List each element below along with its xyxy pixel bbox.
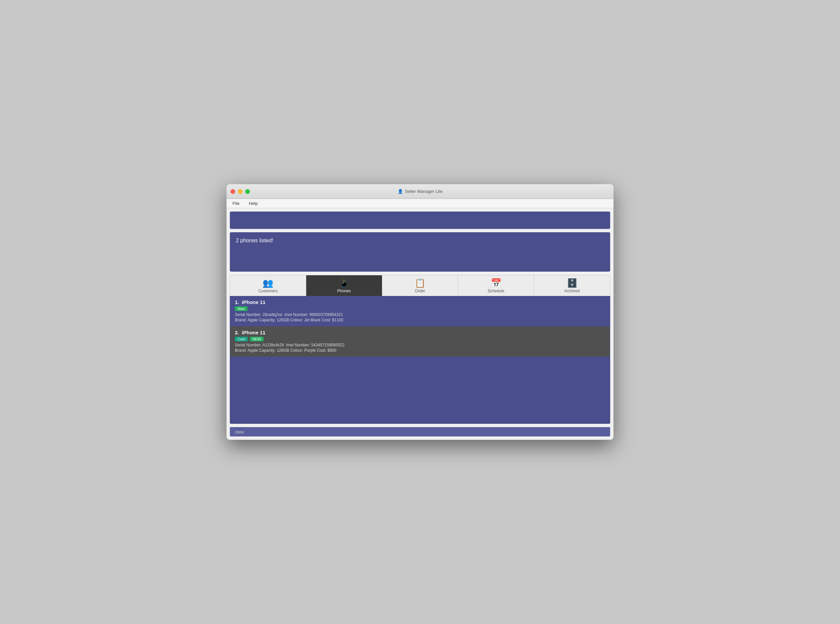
order-icon: 📋: [415, 279, 425, 287]
phones-icon: 📱: [339, 279, 349, 287]
content-area: 2 phones listed! 👥 Customers 📱 Phones 📋 …: [227, 208, 613, 440]
customers-icon: 👥: [262, 279, 273, 287]
tab-customers[interactable]: 👥 Customers: [230, 275, 306, 296]
info-message: 2 phones listed!: [236, 238, 604, 244]
title-icon: 👤: [398, 189, 403, 194]
menu-file[interactable]: File: [231, 200, 242, 207]
tab-customers-label: Customers: [258, 289, 277, 293]
phone-1-badges: New: [235, 306, 605, 311]
maximize-button[interactable]: [245, 189, 250, 194]
list-empty-area: [230, 357, 610, 423]
tab-archived-label: Archived: [564, 289, 580, 293]
schedule-icon: 📅: [491, 279, 501, 287]
traffic-lights: [231, 189, 250, 194]
tab-schedule-label: Schedule: [488, 289, 504, 293]
tab-order[interactable]: 📋 Order: [382, 275, 458, 296]
title-text: Seller Manager Lite: [405, 189, 443, 194]
phones-list: 1. iPhone 11 New Serial Number: 28xa9q2n…: [230, 296, 610, 424]
main-section: 👥 Customers 📱 Phones 📋 Order 📅 Schedule: [230, 275, 610, 424]
archived-icon: 🗄️: [567, 279, 578, 287]
phone-2-serial: Serial Number: A123bcfe29 Imei Number: 5…: [235, 343, 605, 348]
phone-2-badges: Cool NEW: [235, 337, 605, 341]
menu-help[interactable]: Help: [247, 200, 260, 207]
phone-item-2[interactable]: 2. iPhone 11 Cool NEW Serial Number: A12…: [230, 326, 610, 357]
top-bar: [230, 212, 610, 229]
phone-2-details: Brand: Apple Capacity: 128GB Colour: Pur…: [235, 348, 605, 353]
info-panel: 2 phones listed!: [230, 232, 610, 272]
tab-phones[interactable]: 📱 Phones: [306, 275, 382, 296]
tab-bar: 👥 Customers 📱 Phones 📋 Order 📅 Schedule: [230, 275, 610, 296]
phone-1-details: Brand: Apple Capacity: 128GB Colour: Jet…: [235, 318, 605, 322]
statusbar-text: ./data: [234, 430, 244, 434]
tab-schedule[interactable]: 📅 Schedule: [458, 275, 534, 296]
titlebar: 👤 Seller Manager Lite: [227, 184, 613, 199]
phone-item-1[interactable]: 1. iPhone 11 New Serial Number: 28xa9q2n…: [230, 296, 610, 326]
tab-archived[interactable]: 🗄️ Archived: [534, 275, 610, 296]
menubar: File Help: [227, 199, 613, 208]
phone-1-title: 1. iPhone 11: [235, 299, 605, 305]
badge-new-1: New: [235, 306, 248, 311]
tab-order-label: Order: [415, 289, 425, 293]
badge-new-2: NEW: [250, 337, 264, 341]
badge-cool-2: Cool: [235, 337, 248, 341]
statusbar: ./data: [230, 427, 610, 437]
phone-1-serial: Serial Number: 28xa9q2ns Imei Number: 99…: [235, 312, 605, 317]
phone-2-title: 2. iPhone 11: [235, 330, 605, 335]
minimize-button[interactable]: [238, 189, 242, 194]
tab-phones-label: Phones: [337, 289, 351, 293]
main-window: 👤 Seller Manager Lite File Help 2 phones…: [227, 184, 613, 440]
window-title: 👤 Seller Manager Lite: [398, 189, 443, 194]
close-button[interactable]: [231, 189, 235, 194]
